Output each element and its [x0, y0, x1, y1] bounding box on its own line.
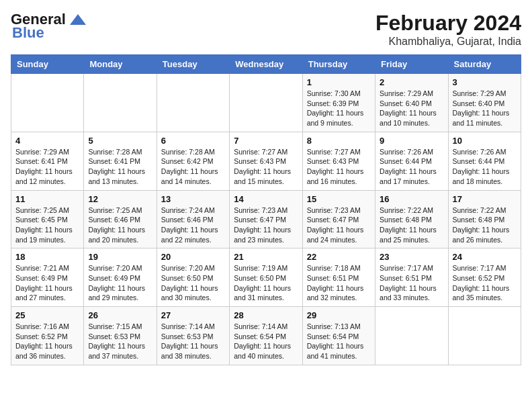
- day-number: 2: [380, 77, 443, 87]
- day-number: 24: [453, 252, 517, 262]
- day-info: Sunrise: 7:23 AMSunset: 6:47 PMDaylight:…: [234, 205, 298, 245]
- day-cell: 22Sunrise: 7:18 AMSunset: 6:51 PMDayligh…: [302, 248, 375, 307]
- day-cell: 11Sunrise: 7:25 AMSunset: 6:45 PMDayligh…: [11, 190, 84, 248]
- day-cell: 26Sunrise: 7:15 AMSunset: 6:53 PMDayligh…: [84, 307, 157, 365]
- day-number: 23: [380, 252, 443, 262]
- day-number: 16: [380, 194, 443, 204]
- day-number: 17: [453, 194, 517, 204]
- day-number: 19: [88, 252, 152, 262]
- day-info: Sunrise: 7:28 AMSunset: 6:42 PMDaylight:…: [161, 147, 225, 187]
- day-info: Sunrise: 7:17 AMSunset: 6:51 PMDaylight:…: [380, 263, 443, 303]
- day-cell: 27Sunrise: 7:14 AMSunset: 6:53 PMDayligh…: [157, 307, 229, 365]
- day-info: Sunrise: 7:23 AMSunset: 6:47 PMDaylight:…: [307, 205, 371, 245]
- day-number: 18: [15, 252, 79, 262]
- day-cell: 3Sunrise: 7:29 AMSunset: 6:40 PMDaylight…: [448, 74, 521, 132]
- day-cell: [230, 74, 302, 132]
- day-number: 13: [161, 194, 225, 204]
- logo: General Blue: [11, 11, 87, 42]
- day-info: Sunrise: 7:22 AMSunset: 6:48 PMDaylight:…: [380, 205, 443, 245]
- day-number: 11: [15, 194, 79, 204]
- day-number: 21: [234, 252, 298, 262]
- day-cell: 16Sunrise: 7:22 AMSunset: 6:48 PMDayligh…: [375, 190, 448, 248]
- day-info: Sunrise: 7:29 AMSunset: 6:40 PMDaylight:…: [453, 89, 517, 128]
- title-area: February 2024 Khambhaliya, Gujarat, Indi…: [375, 11, 521, 48]
- day-info: Sunrise: 7:28 AMSunset: 6:41 PMDaylight:…: [88, 147, 152, 187]
- day-cell: 19Sunrise: 7:20 AMSunset: 6:49 PMDayligh…: [84, 248, 157, 307]
- day-cell: [11, 74, 84, 132]
- week-row-1: 1Sunrise: 7:30 AMSunset: 6:39 PMDaylight…: [11, 74, 521, 132]
- day-number: 5: [88, 136, 152, 146]
- day-info: Sunrise: 7:29 AMSunset: 6:40 PMDaylight:…: [380, 89, 443, 128]
- day-cell: 9Sunrise: 7:26 AMSunset: 6:44 PMDaylight…: [375, 132, 448, 190]
- day-info: Sunrise: 7:20 AMSunset: 6:49 PMDaylight:…: [88, 263, 152, 303]
- day-cell: 1Sunrise: 7:30 AMSunset: 6:39 PMDaylight…: [302, 74, 375, 132]
- day-number: 7: [234, 136, 298, 146]
- day-info: Sunrise: 7:25 AMSunset: 6:46 PMDaylight:…: [88, 205, 152, 245]
- day-info: Sunrise: 7:18 AMSunset: 6:51 PMDaylight:…: [307, 263, 371, 303]
- calendar-header-row: SundayMondayTuesdayWednesdayThursdayFrid…: [11, 55, 521, 74]
- day-number: 10: [453, 136, 517, 146]
- day-cell: 29Sunrise: 7:13 AMSunset: 6:54 PMDayligh…: [302, 307, 375, 365]
- day-cell: 13Sunrise: 7:24 AMSunset: 6:46 PMDayligh…: [157, 190, 229, 248]
- day-info: Sunrise: 7:30 AMSunset: 6:39 PMDaylight:…: [307, 89, 371, 128]
- col-header-thursday: Thursday: [302, 55, 375, 74]
- calendar-table: SundayMondayTuesdayWednesdayThursdayFrid…: [11, 54, 521, 365]
- day-number: 15: [307, 194, 371, 204]
- svg-rect-1: [75, 19, 81, 25]
- day-info: Sunrise: 7:17 AMSunset: 6:52 PMDaylight:…: [453, 263, 517, 303]
- day-cell: 7Sunrise: 7:27 AMSunset: 6:43 PMDaylight…: [230, 132, 302, 190]
- day-cell: 20Sunrise: 7:20 AMSunset: 6:50 PMDayligh…: [157, 248, 229, 307]
- day-cell: [84, 74, 157, 132]
- day-info: Sunrise: 7:27 AMSunset: 6:43 PMDaylight:…: [307, 147, 371, 187]
- day-number: 8: [307, 136, 371, 146]
- location: Khambhaliya, Gujarat, India: [375, 36, 521, 48]
- col-header-wednesday: Wednesday: [230, 55, 302, 74]
- day-cell: 12Sunrise: 7:25 AMSunset: 6:46 PMDayligh…: [84, 190, 157, 248]
- day-number: 9: [380, 136, 443, 146]
- day-number: 25: [15, 310, 79, 320]
- week-row-4: 18Sunrise: 7:21 AMSunset: 6:49 PMDayligh…: [11, 248, 521, 307]
- day-cell: 18Sunrise: 7:21 AMSunset: 6:49 PMDayligh…: [11, 248, 84, 307]
- day-info: Sunrise: 7:26 AMSunset: 6:44 PMDaylight:…: [453, 147, 517, 187]
- day-cell: 8Sunrise: 7:27 AMSunset: 6:43 PMDaylight…: [302, 132, 375, 190]
- day-cell: 6Sunrise: 7:28 AMSunset: 6:42 PMDaylight…: [157, 132, 229, 190]
- day-cell: 14Sunrise: 7:23 AMSunset: 6:47 PMDayligh…: [230, 190, 302, 248]
- col-header-saturday: Saturday: [448, 55, 521, 74]
- col-header-friday: Friday: [375, 55, 448, 74]
- day-number: 29: [307, 310, 371, 320]
- day-cell: 10Sunrise: 7:26 AMSunset: 6:44 PMDayligh…: [448, 132, 521, 190]
- day-info: Sunrise: 7:14 AMSunset: 6:54 PMDaylight:…: [234, 322, 298, 361]
- day-number: 1: [307, 77, 371, 87]
- day-cell: 4Sunrise: 7:29 AMSunset: 6:41 PMDaylight…: [11, 132, 84, 190]
- day-cell: 2Sunrise: 7:29 AMSunset: 6:40 PMDaylight…: [375, 74, 448, 132]
- day-number: 28: [234, 310, 298, 320]
- day-info: Sunrise: 7:29 AMSunset: 6:41 PMDaylight:…: [15, 147, 79, 187]
- day-number: 6: [161, 136, 225, 146]
- day-info: Sunrise: 7:25 AMSunset: 6:45 PMDaylight:…: [15, 205, 79, 245]
- day-info: Sunrise: 7:22 AMSunset: 6:48 PMDaylight:…: [453, 205, 517, 245]
- logo-icon: [69, 13, 87, 26]
- day-number: 14: [234, 194, 298, 204]
- day-info: Sunrise: 7:21 AMSunset: 6:49 PMDaylight:…: [15, 263, 79, 303]
- day-cell: 15Sunrise: 7:23 AMSunset: 6:47 PMDayligh…: [302, 190, 375, 248]
- day-number: 26: [88, 310, 152, 320]
- day-number: 12: [88, 194, 152, 204]
- day-info: Sunrise: 7:14 AMSunset: 6:53 PMDaylight:…: [161, 322, 225, 361]
- logo-blue: Blue: [12, 24, 44, 42]
- day-cell: 5Sunrise: 7:28 AMSunset: 6:41 PMDaylight…: [84, 132, 157, 190]
- day-cell: 24Sunrise: 7:17 AMSunset: 6:52 PMDayligh…: [448, 248, 521, 307]
- week-row-5: 25Sunrise: 7:16 AMSunset: 6:52 PMDayligh…: [11, 307, 521, 365]
- day-number: 22: [307, 252, 371, 262]
- header: General Blue February 2024 Khambhaliya, …: [11, 11, 521, 48]
- day-number: 3: [453, 77, 517, 87]
- col-header-sunday: Sunday: [11, 55, 84, 74]
- col-header-tuesday: Tuesday: [157, 55, 229, 74]
- day-info: Sunrise: 7:20 AMSunset: 6:50 PMDaylight:…: [161, 263, 225, 303]
- day-info: Sunrise: 7:15 AMSunset: 6:53 PMDaylight:…: [88, 322, 152, 361]
- day-cell: 23Sunrise: 7:17 AMSunset: 6:51 PMDayligh…: [375, 248, 448, 307]
- day-cell: [375, 307, 448, 365]
- week-row-3: 11Sunrise: 7:25 AMSunset: 6:45 PMDayligh…: [11, 190, 521, 248]
- day-number: 20: [161, 252, 225, 262]
- day-info: Sunrise: 7:24 AMSunset: 6:46 PMDaylight:…: [161, 205, 225, 245]
- day-info: Sunrise: 7:19 AMSunset: 6:50 PMDaylight:…: [234, 263, 298, 303]
